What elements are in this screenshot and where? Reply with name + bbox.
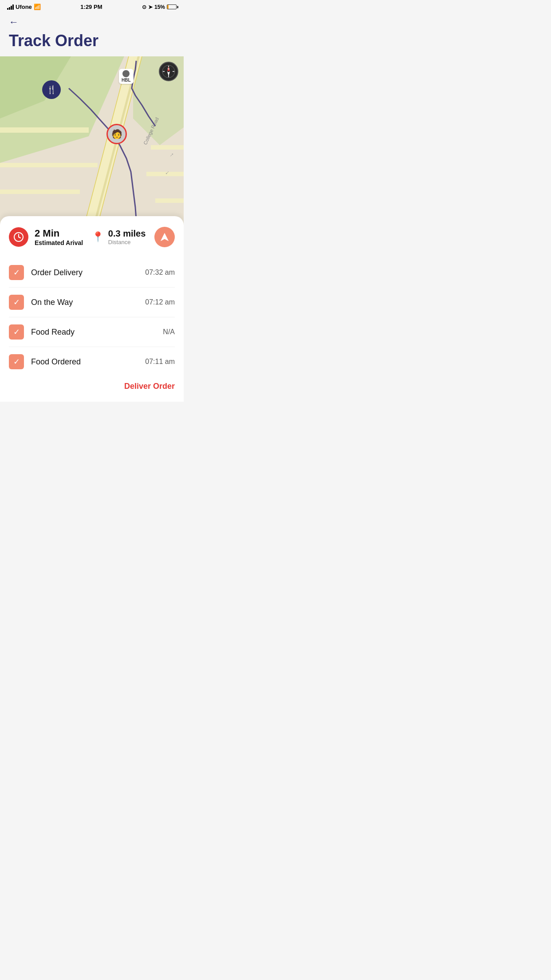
step-name: Food Ordered: [31, 357, 81, 367]
page-title: Track Order: [9, 32, 175, 50]
delivery-person-marker: 🧑: [106, 124, 127, 144]
restaurant-icon: 🍴: [47, 85, 56, 95]
signal-icon: [7, 4, 14, 10]
step-checkbox: ✓: [9, 354, 24, 369]
step-checkbox: ✓: [9, 265, 24, 280]
deliver-btn-row: Deliver Order: [9, 376, 175, 395]
step-row: ✓ On the Way 07:12 am: [9, 288, 175, 317]
step-name: On the Way: [31, 298, 73, 307]
svg-line-27: [19, 237, 20, 238]
navigate-button[interactable]: [154, 227, 175, 247]
eta-left: 2 Min Estimated Arival: [9, 227, 83, 247]
step-checkbox: ✓: [9, 324, 24, 340]
eta-center: 📍 0.3 miles Distance: [92, 229, 146, 245]
svg-rect-10: [0, 190, 80, 194]
eta-label: Estimated Arival: [35, 239, 83, 246]
step-time: 07:32 am: [145, 269, 175, 277]
battery-icon: [167, 4, 177, 9]
map-container: College Road → ← HBL 🍴 🧑: [0, 56, 184, 225]
step-left: ✓ Food Ordered: [9, 354, 81, 369]
compass-svg: N: [161, 64, 176, 79]
svg-rect-8: [0, 127, 89, 133]
hbl-label: HBL: [119, 69, 134, 84]
svg-text:N: N: [168, 67, 169, 70]
time-label: 1:29 PM: [80, 4, 102, 10]
distance-pin-icon: 📍: [92, 231, 104, 243]
restaurant-pin: 🍴: [42, 80, 61, 99]
step-name: Food Ready: [31, 328, 75, 337]
step-row: ✓ Food Ready N/A: [9, 317, 175, 347]
step-name: Order Delivery: [31, 268, 83, 277]
map-svg: College Road → ←: [0, 56, 184, 225]
svg-rect-11: [151, 145, 184, 150]
deliver-order-button[interactable]: Deliver Order: [124, 382, 175, 391]
order-steps: ✓ Order Delivery 07:32 am ✓ On the Way 0…: [9, 258, 175, 376]
step-time: 07:12 am: [145, 298, 175, 306]
step-left: ✓ Order Delivery: [9, 265, 83, 280]
svg-marker-28: [161, 233, 169, 241]
gps-icon: ➤: [148, 4, 153, 10]
step-left: ✓ Food Ready: [9, 324, 75, 340]
eta-text: 2 Min Estimated Arival: [35, 228, 83, 246]
step-checkbox: ✓: [9, 295, 24, 310]
status-left: Ufone 📶: [7, 4, 41, 10]
eta-row: 2 Min Estimated Arival 📍 0.3 miles Dista…: [9, 227, 175, 247]
svg-rect-9: [0, 163, 98, 167]
carrier-label: Ufone: [16, 4, 32, 10]
header: ← Track Order: [0, 12, 184, 50]
step-row: ✓ Food Ordered 07:11 am: [9, 347, 175, 376]
wifi-icon: 📶: [34, 4, 41, 10]
battery-percent: 15%: [154, 4, 165, 10]
step-time: 07:11 am: [145, 358, 175, 366]
distance-info: 0.3 miles Distance: [108, 229, 146, 245]
clock-icon: [9, 227, 28, 247]
step-time: N/A: [163, 328, 175, 336]
compass: N: [159, 62, 178, 81]
back-button[interactable]: ←: [9, 16, 19, 28]
person-icon: 🧑: [111, 129, 122, 139]
distance-value: 0.3 miles: [108, 229, 146, 239]
status-right: ⊙ ➤ 15%: [142, 4, 177, 10]
step-row: ✓ Order Delivery 07:32 am: [9, 258, 175, 288]
step-left: ✓ On the Way: [9, 295, 73, 310]
location-icon: ⊙: [142, 4, 146, 10]
distance-label: Distance: [108, 239, 146, 245]
eta-time: 2 Min: [35, 228, 83, 239]
info-panel: 2 Min Estimated Arival 📍 0.3 miles Dista…: [0, 216, 184, 402]
svg-rect-13: [155, 198, 184, 203]
status-bar: Ufone 📶 1:29 PM ⊙ ➤ 15%: [0, 0, 184, 12]
